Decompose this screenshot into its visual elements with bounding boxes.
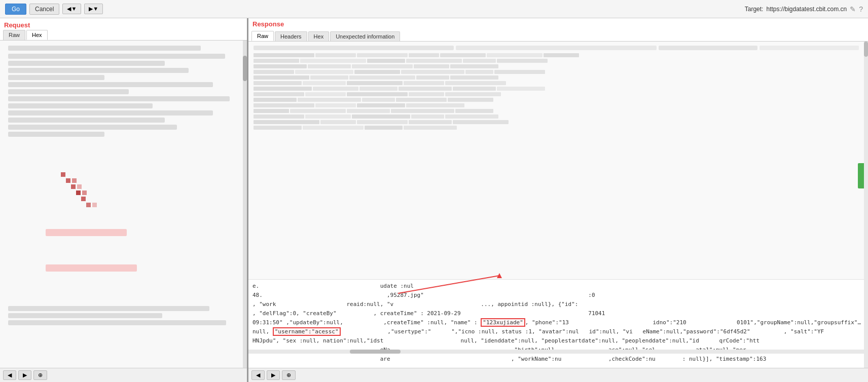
code-line-6: null, "username":"acessc" ,"usertype":" …	[252, 327, 864, 336]
response-title: Response	[248, 18, 868, 28]
request-content	[0, 41, 247, 368]
target-info: Target: https://bigdatatest.cbit.com.cn …	[745, 5, 863, 13]
request-blurred-area	[0, 41, 247, 368]
response-tab-raw[interactable]: Raw	[251, 31, 274, 41]
response-tab-headers[interactable]: Headers	[275, 31, 307, 41]
pink-highlight-1	[46, 229, 127, 236]
code-line-4: , "delFlag":0, "createBy" , createTime" …	[252, 309, 864, 318]
green-accent	[858, 163, 864, 188]
help-icon[interactable]: ?	[859, 5, 863, 13]
resp-btn-1[interactable]: ◀	[251, 370, 265, 380]
edit-icon[interactable]: ✎	[850, 5, 856, 13]
toolbar-left: Go Cancel ◀▼ ▶▼	[5, 4, 103, 15]
top-bar: Go Cancel ◀▼ ▶▼ Target: https://bigdatat…	[0, 0, 868, 18]
nav-back-button[interactable]: ◀▼	[62, 4, 81, 14]
response-hscrollbar[interactable]	[248, 350, 864, 354]
resp-btn-2[interactable]: ▶	[267, 370, 280, 380]
response-tabs: Raw Headers Hex Unexpected information	[248, 28, 868, 42]
request-panel: Request Raw Hex	[0, 18, 248, 382]
request-scrollbar-thumb[interactable]	[243, 56, 247, 81]
main-content: Request Raw Hex	[0, 18, 868, 382]
request-tabs: Raw Hex	[0, 30, 247, 41]
request-title: Request	[0, 18, 247, 30]
request-bottom-toolbar: ◀ ▶ ⊕	[0, 368, 247, 382]
response-scrollbar-thumb[interactable]	[864, 42, 868, 57]
code-line-5: 09:31:50" ,"updateBy":null, ,createTime"…	[252, 318, 864, 327]
code-line-3: , "work reaid:null, "v ..., appointid :n…	[252, 300, 864, 309]
target-label: Target:	[745, 6, 764, 13]
req-btn-3[interactable]: ⊕	[33, 370, 47, 380]
target-url: https://bigdatatest.cbit.com.cn	[766, 6, 847, 13]
pink-highlight-2	[46, 264, 137, 272]
code-line-1: e. udate :nul	[252, 282, 864, 291]
resp-btn-3[interactable]: ⊕	[282, 370, 296, 380]
code-line-9: are , "workName":nu ,checkCode":nu : nul…	[252, 355, 864, 364]
request-tab-raw[interactable]: Raw	[3, 30, 25, 40]
response-content: e. udate :nul 48. ,95287.jpg" :0	[248, 42, 868, 368]
username-highlight: "username":"acessc"	[273, 327, 341, 336]
req-btn-2[interactable]: ▶	[18, 370, 31, 380]
request-tab-hex[interactable]: Hex	[26, 30, 48, 40]
red-diagonal-area	[61, 172, 97, 209]
response-panel: Response Raw Headers Hex Unexpected info…	[248, 18, 868, 382]
nav-forward-button[interactable]: ▶▼	[84, 4, 103, 14]
code-line-7: HNJpdu", "sex :null, nation":null,"idst …	[252, 336, 864, 346]
req-btn-1[interactable]: ◀	[3, 370, 16, 380]
go-button[interactable]: Go	[5, 4, 26, 15]
request-scrollbar[interactable]	[243, 41, 247, 368]
response-visible-content: e. udate :nul 48. ,95287.jpg" :0	[248, 279, 868, 368]
response-hscrollbar-thumb[interactable]	[350, 350, 401, 354]
response-blurred-area	[248, 42, 864, 277]
name-highlight: "123xujiade"	[481, 318, 525, 327]
response-bottom-toolbar: ◀ ▶ ⊕	[248, 368, 868, 382]
response-tab-unexpected[interactable]: Unexpected information	[330, 31, 400, 41]
response-scrollbar[interactable]	[864, 42, 868, 368]
cancel-button[interactable]: Cancel	[29, 4, 59, 15]
response-tab-hex[interactable]: Hex	[308, 31, 330, 41]
code-line-2: 48. ,95287.jpg" :0	[252, 291, 864, 300]
